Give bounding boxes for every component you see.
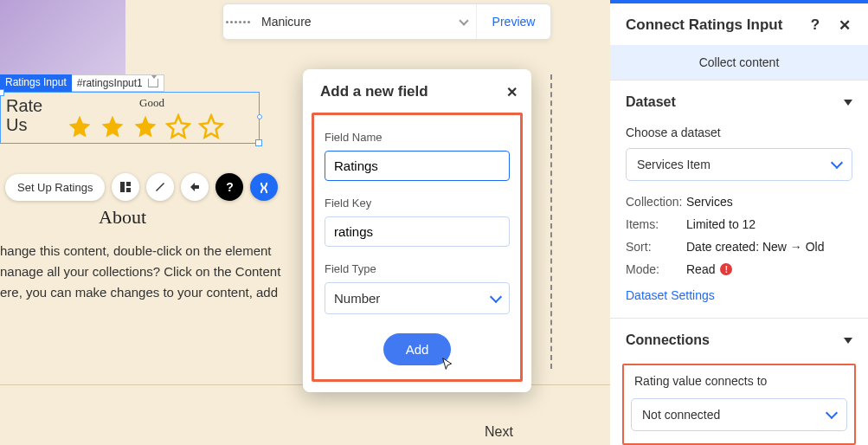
- svg-rect-1: [126, 182, 131, 186]
- svg-rect-2: [126, 188, 131, 192]
- about-paragraph: hange this content, double-click on the …: [0, 241, 320, 303]
- column-guide: [550, 74, 552, 369]
- setup-ratings-button[interactable]: Set Up Ratings: [5, 174, 105, 201]
- modal-title: Add a new field: [320, 83, 506, 100]
- help-icon[interactable]: ?: [806, 16, 825, 35]
- element-id-text: #ratingsInput1: [77, 77, 143, 89]
- dataset-select[interactable]: Services Item: [626, 148, 852, 181]
- hero-image: [0, 0, 125, 74]
- dataset-section-toggle[interactable]: Dataset: [610, 80, 868, 117]
- chevron-down-icon: [490, 290, 502, 302]
- preview-button[interactable]: Preview: [477, 15, 550, 29]
- svg-rect-0: [120, 182, 125, 192]
- dataset-settings-link[interactable]: Dataset Settings: [610, 280, 868, 318]
- field-key-label: Field Key: [325, 197, 510, 210]
- close-icon[interactable]: ✕: [506, 84, 518, 100]
- editor-canvas: Manicure Preview Ratings Input #ratingsI…: [0, 0, 610, 445]
- page-select[interactable]: Manicure: [253, 4, 477, 39]
- animation-icon[interactable]: [181, 173, 209, 201]
- field-type-label: Field Type: [325, 262, 510, 275]
- choose-dataset-label: Choose a dataset: [626, 126, 852, 139]
- add-field-modal: Add a new field ✕ Field Name Field Key F…: [303, 69, 531, 392]
- field-name-input[interactable]: [325, 151, 510, 181]
- element-type-tag: Ratings Input: [0, 74, 72, 92]
- rating-connects-select[interactable]: Not connected: [631, 398, 847, 431]
- page-item-selector: Manicure Preview: [222, 3, 551, 40]
- rating-stars[interactable]: [67, 113, 224, 139]
- close-icon[interactable]: ✕: [835, 16, 854, 35]
- cursor-icon: [440, 357, 456, 372]
- connections-section-toggle[interactable]: Connections: [610, 318, 868, 355]
- rating-connects-label: Rating value connects to: [631, 374, 847, 388]
- rating-connects-value: Not connected: [642, 408, 827, 422]
- drag-handle-icon[interactable]: [223, 21, 253, 23]
- star-icon[interactable]: [165, 113, 191, 139]
- field-type-value: Number: [334, 291, 492, 306]
- warning-icon: !: [720, 263, 732, 275]
- ratings-input-widget[interactable]: Good Rate Us: [0, 92, 260, 144]
- field-name-label: Field Name: [325, 131, 510, 144]
- star-icon[interactable]: [132, 113, 158, 139]
- dataset-info: Collection:Services Items:Limited to 12 …: [610, 184, 868, 280]
- element-id-tag: #ratingsInput1: [72, 74, 164, 92]
- element-toolbar: Set Up Ratings ?: [5, 173, 278, 201]
- field-key-input[interactable]: [325, 216, 510, 247]
- design-icon[interactable]: [146, 173, 174, 201]
- chevron-down-icon: [826, 407, 838, 419]
- download-icon: [148, 79, 158, 87]
- caret-down-icon: [844, 338, 852, 344]
- dataset-select-value: Services Item: [637, 158, 833, 171]
- chevron-down-icon: [459, 16, 468, 25]
- rating-connection-highlight: Rating value connects to Not connected: [622, 364, 856, 445]
- field-type-select[interactable]: Number: [325, 282, 510, 314]
- star-icon[interactable]: [100, 113, 125, 139]
- rating-tooltip: Good: [139, 96, 164, 110]
- resize-handle[interactable]: [257, 114, 262, 119]
- chevron-down-icon: [831, 157, 843, 169]
- page-select-value: Manicure: [261, 15, 460, 29]
- add-button[interactable]: Add: [383, 333, 452, 365]
- selected-element: Ratings Input #ratingsInput1 Good Rate U…: [0, 74, 260, 144]
- panel-title: Connect Ratings Input: [626, 16, 795, 34]
- help-icon[interactable]: ?: [215, 173, 243, 201]
- layout-icon[interactable]: [112, 173, 139, 201]
- connect-panel: Connect Ratings Input ? ✕ Collect conten…: [610, 0, 868, 445]
- caret-down-icon: [844, 100, 852, 106]
- star-icon[interactable]: [67, 113, 93, 139]
- connect-data-icon[interactable]: [250, 173, 278, 201]
- about-heading: About: [99, 206, 146, 229]
- collect-content-banner[interactable]: Collect content: [610, 45, 868, 80]
- star-icon[interactable]: [198, 113, 224, 139]
- next-link[interactable]: Next: [485, 424, 513, 440]
